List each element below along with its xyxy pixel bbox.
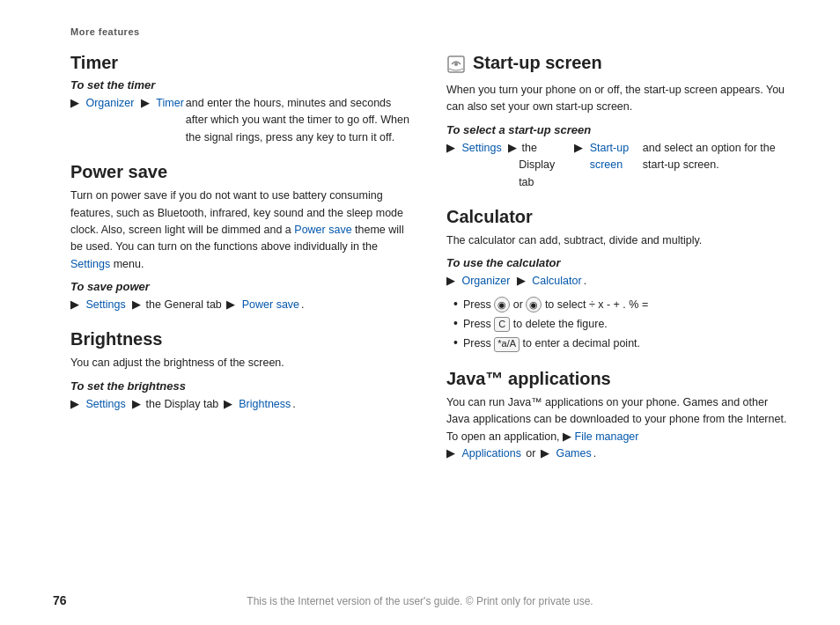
calculator-intro: The calculator can add, subtract, divide… <box>446 232 787 249</box>
timer-link[interactable]: Timer <box>156 95 183 112</box>
save-power-step: ▶ Settings ▶ the General tab ▶ Power sav… <box>70 297 411 313</box>
arrow-icon: ▶ <box>446 273 455 290</box>
timer-desc: and enter the hours, minutes and seconds… <box>186 95 411 146</box>
arrow-icon: ▶ <box>508 140 517 157</box>
arrow-icon: ▶ <box>226 297 235 313</box>
arrow-icon: ▶ <box>563 430 571 443</box>
c-key: C <box>494 317 510 332</box>
java-intro: You can run Java™ applications on your p… <box>446 394 787 445</box>
arrow-icon: ▶ <box>517 273 526 290</box>
bullet-2-text: Press C to delete the figure. <box>463 315 608 333</box>
games-link[interactable]: Games <box>556 445 591 462</box>
arrow-icon: ▶ <box>70 95 79 112</box>
startup-subheading: To select a start-up screen <box>446 123 787 136</box>
arrow-icon: ▶ <box>70 396 79 413</box>
timer-title: Timer <box>70 53 411 73</box>
bullet-3-text: Press *a/A to enter a decimal point. <box>463 335 640 352</box>
section-startup: Start-up screen When you turn your phone… <box>446 53 787 191</box>
calculator-link[interactable]: Calculator <box>532 273 581 290</box>
bullet-3: Press *a/A to enter a decimal point. <box>453 333 787 352</box>
calc-step: ▶ Organizer ▶ Calculator. <box>446 273 787 290</box>
arrow-icon: ▶ <box>574 140 583 157</box>
power-save-link[interactable]: Power save <box>294 224 351 236</box>
calculator-bullets: Press ◉ or ◉ to select ÷ x - + . % = Pre… <box>446 294 787 353</box>
arrow-icon: ▶ <box>132 297 141 313</box>
two-column-layout: Timer To set the timer ▶ Organizer ▶ Tim… <box>70 53 787 478</box>
timer-step: ▶ Organizer ▶ Timer and enter the hours,… <box>70 95 411 146</box>
page-footer: This is the Internet version of the user… <box>0 595 840 607</box>
power-save-intro: Turn on power save if you do not want to… <box>70 188 411 273</box>
arrow-icon: ▶ <box>70 297 79 313</box>
arrow-icon: ▶ <box>224 396 232 413</box>
calculator-title: Calculator <box>446 207 787 227</box>
save-power-subheading: To save power <box>70 280 411 293</box>
arrow-icon: ▶ <box>446 140 455 157</box>
page-header: More features <box>70 26 787 37</box>
settings-link3[interactable]: Settings <box>85 396 125 413</box>
section-timer: Timer To set the timer ▶ Organizer ▶ Tim… <box>70 53 411 146</box>
bullet-1: Press ◉ or ◉ to select ÷ x - + . % = <box>453 294 787 313</box>
bullet-1-text: Press ◉ or ◉ to select ÷ x - + . % = <box>463 296 648 313</box>
arrow-icon: ▶ <box>141 95 150 112</box>
startup-intro: When you turn your phone on or off, the … <box>446 82 787 116</box>
startup-screen-link[interactable]: Start-up screen <box>590 140 641 174</box>
brightness-intro: You can adjust the brightness of the scr… <box>70 355 411 371</box>
power-save-title: Power save <box>70 162 411 182</box>
startup-title: Start-up screen <box>473 53 602 73</box>
arrow-icon: ▶ <box>446 445 455 462</box>
section-calculator: Calculator The calculator can add, subtr… <box>446 207 787 353</box>
organizer-link[interactable]: Organizer <box>85 95 134 112</box>
nav-key-2: ◉ <box>526 297 542 312</box>
settings-link2[interactable]: Settings <box>85 297 125 313</box>
svg-point-1 <box>454 62 458 66</box>
brightness-subheading: To set the brightness <box>70 379 411 393</box>
calc-subheading: To use the calculator <box>446 256 787 269</box>
settings-link[interactable]: Settings <box>70 258 110 270</box>
file-manager-link[interactable]: File manager <box>575 430 639 443</box>
organizer-link2[interactable]: Organizer <box>461 273 510 290</box>
nav-key-1: ◉ <box>494 297 510 312</box>
section-power-save: Power save Turn on power save if you do … <box>70 162 411 313</box>
power-save-link2[interactable]: Power save <box>242 297 299 313</box>
page: More features Timer To set the timer ▶ O… <box>0 0 840 625</box>
bullet-2: Press C to delete the figure. <box>453 313 787 333</box>
left-column: Timer To set the timer ▶ Organizer ▶ Tim… <box>70 53 411 478</box>
brightness-link[interactable]: Brightness <box>239 396 291 413</box>
arrow-icon: ▶ <box>132 396 141 413</box>
applications-link[interactable]: Applications <box>461 445 520 462</box>
brightness-title: Brightness <box>70 329 411 349</box>
star-key: *a/A <box>494 337 519 352</box>
right-column: Start-up screen When you turn your phone… <box>446 53 787 478</box>
java-second-line: ▶ Applications or ▶ Games. <box>446 445 787 462</box>
section-brightness: Brightness You can adjust the brightness… <box>70 329 411 413</box>
section-java: Java™ applications You can run Java™ app… <box>446 369 787 463</box>
arrow-icon: ▶ <box>541 445 549 462</box>
startup-step: ▶ Settings ▶ the Display tab ▶ Start-up … <box>446 140 787 191</box>
startup-icon <box>446 55 466 77</box>
timer-subheading: To set the timer <box>70 78 411 92</box>
java-title: Java™ applications <box>446 369 787 389</box>
brightness-step: ▶ Settings ▶ the Display tab ▶ Brightnes… <box>70 396 411 413</box>
settings-link4[interactable]: Settings <box>461 140 501 157</box>
